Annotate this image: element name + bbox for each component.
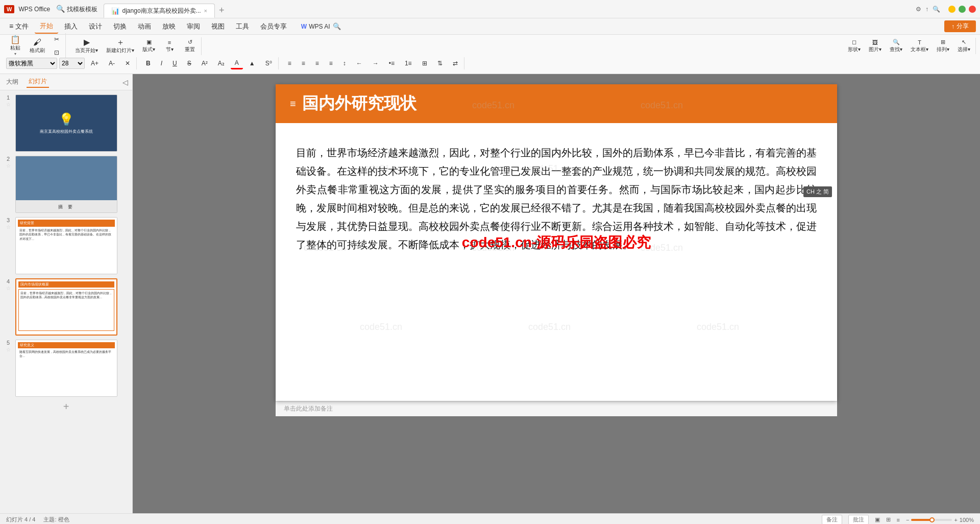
slide-star-5[interactable]: ☆: [6, 347, 11, 352]
decrease-indent-button[interactable]: ←: [352, 57, 366, 69]
zoom-in-button[interactable]: +: [954, 517, 957, 523]
zoom-percent[interactable]: 100%: [960, 517, 974, 523]
slide-star-2[interactable]: ☆: [6, 163, 11, 169]
underline-button[interactable]: U: [168, 57, 181, 69]
slide-item-2[interactable]: 2 ☆ 摘 要: [4, 156, 128, 213]
slide-thumb-4[interactable]: 国内市场现状概要 目前，世界市场经济越来越激烈，因此，对整个行业的国内外比较，国…: [15, 278, 117, 336]
slide-item-4[interactable]: 4 ☆ 国内市场现状概要 目前，世界市场经济越来越激烈，因此，对整个行业的国内外…: [4, 278, 128, 336]
zoom-out-button[interactable]: −: [906, 517, 909, 523]
add-tab-button[interactable]: +: [215, 3, 229, 18]
line-spacing-button[interactable]: ↕: [339, 57, 350, 69]
italic-button[interactable]: I: [157, 57, 166, 69]
close-button[interactable]: [969, 6, 976, 13]
share-icon[interactable]: ↑: [925, 6, 928, 13]
slide-item-3[interactable]: 3 ☆ 研究背景 目前，世界市场经济越来越激烈，因此，对整个行业的国内外比较，国…: [4, 217, 128, 274]
font-name-select[interactable]: 微软雅黑: [6, 58, 57, 69]
cut-button[interactable]: ✂: [50, 33, 63, 45]
text-shadow-button[interactable]: S⁰: [261, 57, 276, 69]
align-right-button[interactable]: ≡: [311, 57, 323, 69]
slide-star-1[interactable]: ☆: [6, 102, 11, 107]
notes-bar[interactable]: 单击此处添加备注: [276, 401, 837, 416]
menu-tools[interactable]: 工具: [231, 20, 254, 33]
numbering-button[interactable]: 1≡: [401, 57, 416, 69]
menu-file[interactable]: ≡ 文件: [4, 20, 34, 33]
maximize-button[interactable]: [959, 6, 966, 13]
clear-format-button[interactable]: ✕: [121, 57, 134, 69]
menu-vip[interactable]: 会员专享: [255, 20, 292, 33]
settings-icon[interactable]: ⚙: [916, 6, 921, 13]
slide3-content: 目前，世界市场经济越来越激烈，因此，对整个行业的国内外比较，国外的后勤体系，早已…: [18, 227, 115, 272]
font-increase-button[interactable]: A+: [87, 57, 103, 69]
slide-thumb-content-3: 研究背景 目前，世界市场经济越来越激烈，因此，对整个行业的国内外比较，国外的后勤…: [16, 218, 117, 274]
copy-icon: ⊡: [54, 49, 59, 56]
format-brush-button[interactable]: 🖌 格式刷: [27, 37, 48, 55]
select-button[interactable]: ↖ 选择▾: [954, 38, 973, 54]
menu-design[interactable]: 设计: [84, 20, 107, 33]
align-center-button[interactable]: ≡: [298, 57, 309, 69]
textbox-button[interactable]: T 文本框▾: [908, 38, 932, 54]
search-icon[interactable]: 🔍: [933, 6, 940, 13]
normal-view-button[interactable]: ▣: [875, 516, 880, 523]
slide-thumb-5[interactable]: 研究意义 随着互联网的快速发展，高校校园外卖点餐系统已成为必要的服务平台...: [15, 340, 117, 397]
new-slide-button[interactable]: ＋ 新建幻灯片▾: [103, 37, 137, 55]
align-left-button[interactable]: ≡: [284, 57, 296, 69]
menu-insert[interactable]: 插入: [59, 20, 83, 33]
arrange-button[interactable]: ⊞ 排列▾: [934, 38, 952, 54]
bold-button[interactable]: B: [142, 57, 155, 69]
align-justify-button[interactable]: ≡: [325, 57, 337, 69]
slide-body-text: 目前，世界市场经济越来越激烈，因此，对整个行业的国内外比较，国外的后勤体系，早已…: [296, 144, 817, 254]
slide-item-5[interactable]: 5 ☆ 研究意义 随着互联网的快速发展，高校校园外卖点餐系统已成为必要的服务平台…: [4, 340, 128, 397]
text-direction-button[interactable]: ⇅: [433, 57, 447, 69]
slide-view-button[interactable]: ⊞: [886, 516, 891, 523]
menu-view[interactable]: 视图: [206, 20, 230, 33]
slide-item-1[interactable]: 1 ☆ 💡 南京某高校校园外卖点餐系统: [4, 94, 128, 152]
doc-tab-active[interactable]: 📊 django南京某高校校园外卖... ×: [104, 4, 215, 18]
slide-notes-button[interactable]: 备注: [822, 515, 842, 524]
slide-star-4[interactable]: ☆: [6, 285, 11, 291]
slide-thumb-3[interactable]: 研究背景 目前，世界市场经济越来越激烈，因此，对整个行业的国内外比较，国外的后勤…: [15, 217, 117, 274]
highlight-button[interactable]: ▲: [245, 57, 259, 69]
slide-thumb-1[interactable]: 💡 南京某高校校园外卖点餐系统: [15, 94, 117, 152]
tab-slides[interactable]: 幻灯片: [27, 76, 49, 88]
menu-icon: ≡: [9, 22, 13, 30]
outline-view-button[interactable]: ≡: [897, 517, 900, 523]
picture-button[interactable]: 🖼 图片▾: [866, 38, 885, 54]
doc-tab-close[interactable]: ×: [204, 8, 207, 14]
comments-button[interactable]: 批注: [848, 515, 869, 524]
font-decrease-button[interactable]: A-: [105, 57, 119, 69]
slide4-header: 国内市场现状概要: [18, 281, 114, 288]
menu-review[interactable]: 审阅: [182, 20, 205, 33]
search-button[interactable]: 🔍 查找▾: [887, 38, 905, 54]
zoom-thumb[interactable]: [929, 517, 935, 522]
collapse-panel-button[interactable]: ◁: [122, 78, 128, 86]
menu-slideshow[interactable]: 放映: [157, 20, 181, 33]
shapes-button[interactable]: ◻ 形状▾: [845, 38, 864, 54]
menu-start[interactable]: 开始: [35, 19, 58, 34]
share-button[interactable]: ↑ 分享: [944, 20, 976, 32]
bullets-button[interactable]: •≡: [385, 57, 399, 69]
menu-animation[interactable]: 动画: [133, 20, 156, 33]
slide-start-button[interactable]: ▶ 当页开始▾: [72, 37, 101, 55]
font-color-button[interactable]: A: [231, 57, 243, 69]
strikethrough-button[interactable]: S: [183, 57, 195, 69]
paste-button[interactable]: 📋 粘贴 ▾: [6, 35, 24, 57]
slide-thumb-2[interactable]: 摘 要: [15, 156, 117, 213]
menu-transition[interactable]: 切换: [108, 20, 132, 33]
reset-button[interactable]: ↺ 重置: [181, 38, 199, 54]
watermark-10: code51.cn: [360, 322, 402, 332]
add-slide-button[interactable]: +: [4, 401, 128, 413]
subscript-button[interactable]: A₂: [214, 57, 229, 69]
list-level-button[interactable]: ⊞: [418, 57, 431, 69]
increase-indent-button[interactable]: →: [369, 57, 383, 69]
superscript-button[interactable]: A²: [198, 57, 212, 69]
search-menu-icon[interactable]: 🔍: [333, 22, 341, 30]
wps-ai-button[interactable]: W WPS AI: [301, 23, 330, 30]
slide-star-3[interactable]: ☆: [6, 224, 11, 230]
section-button[interactable]: ≡ 节▾: [160, 38, 179, 54]
tab-outline[interactable]: 大纲: [4, 77, 20, 87]
format-button[interactable]: ▣ 版式▾: [139, 38, 158, 54]
minimize-button[interactable]: [948, 6, 955, 13]
slide-canvas[interactable]: ≡ 国内外研究现状 目前，世界市场经济越来越激烈，因此，对整个行业的国内外比较，…: [276, 84, 837, 401]
convert-text-button[interactable]: ⇄: [449, 57, 462, 69]
font-size-select[interactable]: 28: [59, 58, 85, 69]
